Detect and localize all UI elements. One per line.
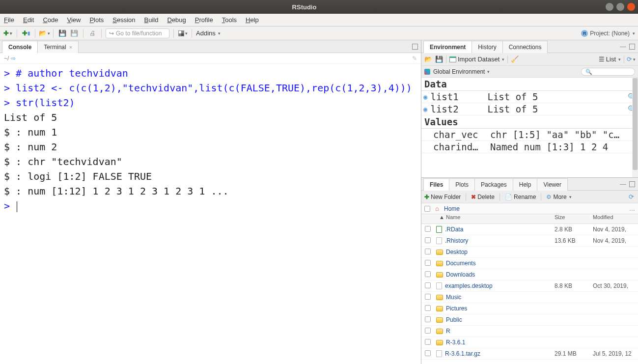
env-section-data: Data [421, 78, 638, 91]
grid-icon[interactable]: ▾ [178, 28, 188, 38]
file-checkbox[interactable] [425, 271, 431, 277]
col-size-header[interactable]: Size [555, 214, 593, 224]
tab-environment[interactable]: Environment [423, 41, 472, 53]
working-dir[interactable]: ~/ [4, 55, 9, 62]
path-more-icon[interactable]: … [629, 205, 635, 212]
menu-profile[interactable]: Profile [195, 16, 213, 24]
save-all-icon[interactable]: 💾 [69, 28, 79, 38]
env-row[interactable]: charind…Named num [1:3] 1 2 4 [421, 141, 638, 153]
save-workspace-icon[interactable]: 💾 [435, 56, 443, 63]
col-name-header[interactable]: ▲ Name [434, 214, 555, 224]
file-checkbox[interactable] [425, 316, 431, 322]
maximize-pane-icon[interactable] [629, 44, 635, 50]
tab-history[interactable]: History [472, 41, 502, 53]
load-workspace-icon[interactable]: 📂 [424, 56, 432, 63]
env-section-values: Values [421, 115, 638, 129]
new-file-icon[interactable]: ✚▾ [3, 28, 13, 38]
menu-build[interactable]: Build [144, 16, 159, 24]
view-mode-selector[interactable]: ☰ List▾ [599, 56, 621, 63]
import-dataset-menu[interactable]: Import Dataset▾ [449, 56, 504, 63]
file-checkbox[interactable] [425, 350, 431, 356]
clear-workspace-icon[interactable]: 🧹 [511, 56, 519, 63]
menu-view[interactable]: View [67, 16, 81, 24]
environment-pane: Environment History Connections — 📂 💾 Im… [421, 40, 638, 178]
file-checkbox[interactable] [425, 339, 431, 345]
menu-session[interactable]: Session [112, 16, 135, 24]
minimize-pane-icon[interactable]: — [620, 43, 626, 50]
tab-plots[interactable]: Plots [449, 178, 475, 191]
env-row[interactable]: char_vecchr [1:5] "aa" "bb" "c… [421, 129, 638, 141]
file-row[interactable]: .Rhistory13.6 KBNov 4, 2019, [421, 235, 638, 247]
env-scrollbar[interactable] [632, 78, 638, 177]
open-file-icon[interactable]: 📂▾ [39, 28, 49, 38]
file-row[interactable]: Public [421, 314, 638, 326]
menu-tools[interactable]: Tools [222, 16, 237, 24]
expand-icon[interactable]: ◉ [423, 93, 427, 101]
window-controls [606, 3, 635, 11]
console-output[interactable]: > # author techvidvan> list2 <- c(c(1,2)… [0, 64, 421, 364]
env-search-input[interactable] [581, 68, 635, 76]
menu-plots[interactable]: Plots [89, 16, 104, 24]
file-row[interactable]: Music [421, 292, 638, 303]
path-arrow-icon[interactable]: ⇨ [11, 55, 16, 62]
tab-terminal[interactable]: Terminal× [37, 41, 79, 53]
minimize-button[interactable] [606, 3, 613, 11]
maximize-pane-icon[interactable] [629, 181, 635, 187]
menu-code[interactable]: Code [43, 16, 58, 24]
file-row[interactable]: Pictures [421, 303, 638, 314]
refresh-files-icon[interactable]: ⟳ [627, 193, 635, 201]
file-row[interactable]: examples.desktop8.8 KBOct 30, 2019, [421, 280, 638, 292]
menu-help[interactable]: Help [246, 16, 259, 24]
goto-file-input[interactable]: ↪Go to file/function [106, 28, 169, 38]
file-row[interactable]: Documents [421, 258, 638, 269]
tab-console[interactable]: Console [2, 41, 38, 53]
file-checkbox[interactable] [425, 237, 431, 243]
file-row[interactable]: R [421, 326, 638, 337]
menu-file[interactable]: File [4, 16, 14, 24]
print-icon[interactable]: 🖨 [87, 28, 97, 38]
rdata-icon [436, 226, 442, 233]
file-checkbox[interactable] [425, 294, 431, 300]
tab-help[interactable]: Help [513, 178, 538, 191]
menu-debug[interactable]: Debug [167, 16, 186, 24]
env-row[interactable]: ◉list1List of 5🔍 [421, 91, 638, 103]
select-all-checkbox[interactable] [424, 206, 430, 212]
file-checkbox[interactable] [425, 249, 431, 254]
tab-packages[interactable]: Packages [474, 178, 513, 191]
file-row[interactable]: Downloads [421, 269, 638, 280]
menu-edit[interactable]: Edit [23, 16, 34, 24]
refresh-env-icon[interactable]: ⟳▾ [627, 56, 635, 63]
delete-button[interactable]: ✖Delete [471, 194, 495, 200]
file-checkbox[interactable] [425, 226, 431, 232]
minimize-pane-icon[interactable]: — [620, 180, 626, 188]
file-row[interactable]: R-3.6.1 [421, 337, 638, 348]
file-checkbox[interactable] [425, 328, 431, 334]
save-icon[interactable]: 💾 [57, 28, 67, 38]
clear-console-icon[interactable]: ✎ [412, 55, 417, 62]
rename-button[interactable]: 📄Rename [505, 194, 536, 200]
env-row[interactable]: ◉list2List of 5🔍 [421, 103, 638, 115]
close-icon[interactable]: × [69, 44, 72, 50]
file-row[interactable]: .RData2.8 KBNov 4, 2019, [421, 224, 638, 235]
file-checkbox[interactable] [425, 260, 431, 266]
new-project-icon[interactable]: ✚▮ [21, 28, 31, 38]
tab-files[interactable]: Files [423, 178, 449, 191]
maximize-button[interactable] [616, 3, 624, 11]
close-button[interactable] [627, 3, 635, 11]
tab-viewer[interactable]: Viewer [537, 178, 567, 191]
new-folder-button[interactable]: ✚New Folder [424, 194, 461, 200]
tab-connections[interactable]: Connections [502, 41, 548, 53]
more-menu[interactable]: ⚙More▾ [546, 194, 571, 200]
file-checkbox[interactable] [425, 282, 431, 288]
file-row[interactable]: Desktop [421, 247, 638, 258]
file-row[interactable]: R-3.6.1.tar.gz29.1 MBJul 5, 2019, 12 [421, 348, 638, 360]
breadcrumb-home[interactable]: Home [444, 205, 460, 212]
env-scope-selector[interactable]: Global Environment▾ [433, 68, 490, 75]
expand-icon[interactable]: ◉ [423, 105, 427, 113]
home-icon[interactable]: ⌂ [433, 205, 441, 213]
file-checkbox[interactable] [425, 305, 431, 311]
addins-menu[interactable]: Addins▾ [196, 29, 221, 37]
pane-layout-icon[interactable] [412, 44, 418, 50]
col-modified-header[interactable]: Modified [593, 214, 638, 224]
project-selector[interactable]: R Project: (None)▾ [581, 30, 635, 37]
